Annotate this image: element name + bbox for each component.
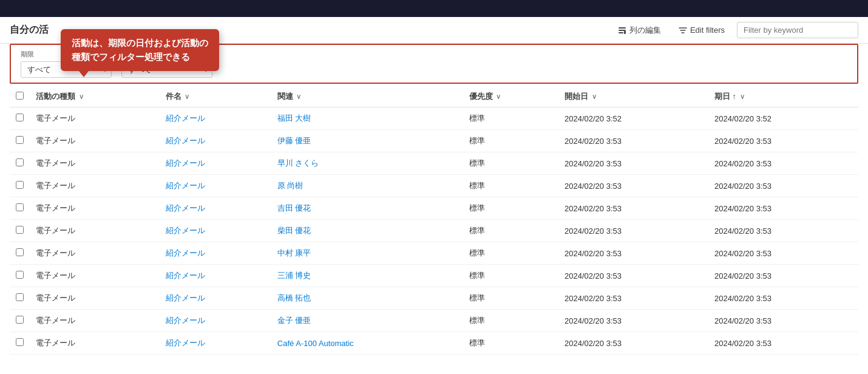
row-checkbox-6[interactable] [16, 248, 24, 256]
top-bar [0, 0, 868, 17]
due-date-cell: 2024/02/20 3:53 [708, 220, 858, 242]
subject-cell: 紹介メール [160, 130, 271, 152]
related-link[interactable]: Café A-100 Automatic [277, 339, 354, 348]
activity-type-cell: 電子メール [30, 332, 160, 355]
priority-cell: 標準 [463, 130, 558, 152]
col-related: 関連 ∨ [271, 86, 463, 107]
row-checkbox-10[interactable] [16, 338, 24, 346]
due-date-cell: 2024/02/20 3:53 [708, 175, 858, 197]
checkbox-cell [10, 197, 30, 220]
related-link[interactable]: 中村 康平 [277, 248, 311, 257]
table-row: 電子メール 紹介メール 原 尚樹 標準 2024/02/20 3:53 2024… [10, 175, 858, 197]
subject-link[interactable]: 紹介メール [166, 248, 205, 257]
due-date-cell: 2024/02/20 3:53 [708, 130, 858, 152]
related-link[interactable]: 福田 大樹 [277, 114, 311, 123]
sort-icon-activity-type: ∨ [79, 93, 84, 100]
related-link[interactable]: 柴田 優花 [277, 226, 311, 235]
priority-cell: 標準 [463, 152, 558, 175]
subject-link[interactable]: 紹介メール [166, 203, 205, 212]
due-date-cell: 2024/02/20 3:53 [708, 242, 858, 265]
related-cell: 伊藤 優亜 [271, 130, 463, 152]
subject-cell: 紹介メール [160, 175, 271, 197]
row-checkbox-8[interactable] [16, 293, 24, 301]
due-date-cell: 2024/02/20 3:53 [708, 197, 858, 220]
subject-link[interactable]: 紹介メール [166, 338, 205, 347]
related-cell: 吉田 優花 [271, 197, 463, 220]
checkbox-cell [10, 130, 30, 152]
row-checkbox-9[interactable] [16, 316, 24, 324]
row-checkbox-4[interactable] [16, 203, 24, 211]
row-checkbox-0[interactable] [16, 114, 24, 121]
priority-cell: 標準 [463, 287, 558, 310]
sort-icon-related: ∨ [296, 93, 301, 100]
priority-cell: 標準 [463, 175, 558, 197]
table-body: 電子メール 紹介メール 福田 大樹 標準 2024/02/20 3:52 202… [10, 107, 858, 355]
subject-link[interactable]: 紹介メール [166, 136, 205, 145]
related-link[interactable]: 金子 優亜 [277, 316, 311, 325]
start-date-cell: 2024/02/20 3:53 [558, 175, 708, 197]
related-link[interactable]: 早川 さくら [277, 158, 319, 168]
col-edit-button[interactable]: 列の編集 [612, 22, 666, 38]
start-date-cell: 2024/02/20 3:53 [558, 152, 708, 175]
start-date-cell: 2024/02/20 3:53 [558, 197, 708, 220]
col-activity-type: 活動の種類 ∨ [30, 86, 160, 107]
due-date-cell: 2024/02/20 3:53 [708, 265, 858, 287]
subject-link[interactable]: 紹介メール [166, 293, 205, 302]
table-row: 電子メール 紹介メール 柴田 優花 標準 2024/02/20 3:53 202… [10, 220, 858, 242]
svg-rect-1 [619, 30, 626, 31]
table-row: 電子メール 紹介メール 高橋 拓也 標準 2024/02/20 3:53 202… [10, 287, 858, 310]
subject-link[interactable]: 紹介メール [166, 158, 205, 168]
checkbox-cell [10, 265, 30, 287]
subject-link[interactable]: 紹介メール [166, 114, 205, 123]
header-row: 活動は、期限の日付および活動の 種類でフィルター処理できる 自分の活 列の編集 … [0, 17, 868, 44]
subject-link[interactable]: 紹介メール [166, 271, 205, 280]
select-all-checkbox[interactable] [16, 92, 24, 100]
due-date-cell: 2024/02/20 3:53 [708, 310, 858, 332]
related-cell: 金子 優亜 [271, 310, 463, 332]
related-link[interactable]: 吉田 優花 [277, 203, 311, 212]
related-link[interactable]: 三浦 博史 [277, 271, 311, 280]
row-checkbox-2[interactable] [16, 158, 24, 166]
priority-cell: 標準 [463, 265, 558, 287]
due-date-cell: 2024/02/20 3:53 [708, 332, 858, 355]
table-container: 活動の種類 ∨ 件名 ∨ 関連 ∨ 優先度 ∨ 開始日 ∨ 期日 ↑ ∨ [0, 86, 868, 355]
activity-type-cell: 電子メール [30, 310, 160, 332]
col-edit-icon [617, 25, 627, 35]
activity-type-cell: 電子メール [30, 242, 160, 265]
related-link[interactable]: 原 尚樹 [277, 181, 303, 190]
activity-table: 活動の種類 ∨ 件名 ∨ 関連 ∨ 優先度 ∨ 開始日 ∨ 期日 ↑ ∨ [10, 86, 858, 355]
related-link[interactable]: 高橋 拓也 [277, 293, 311, 302]
subject-link[interactable]: 紹介メール [166, 181, 205, 190]
priority-cell: 標準 [463, 220, 558, 242]
activity-type-cell: 電子メール [30, 130, 160, 152]
activity-type-cell: 電子メール [30, 265, 160, 287]
filter-button[interactable]: Edit filters [673, 23, 730, 38]
row-checkbox-5[interactable] [16, 226, 24, 234]
table-header: 活動の種類 ∨ 件名 ∨ 関連 ∨ 優先度 ∨ 開始日 ∨ 期日 ↑ ∨ [10, 86, 858, 107]
start-date-cell: 2024/02/20 3:53 [558, 130, 708, 152]
subject-cell: 紹介メール [160, 332, 271, 355]
priority-cell: 標準 [463, 310, 558, 332]
start-date-cell: 2024/02/20 3:53 [558, 220, 708, 242]
start-date-cell: 2024/02/20 3:52 [558, 107, 708, 130]
checkbox-cell [10, 152, 30, 175]
checkbox-cell [10, 310, 30, 332]
row-checkbox-7[interactable] [16, 271, 24, 279]
priority-cell: 標準 [463, 332, 558, 355]
activity-type-cell: 電子メール [30, 197, 160, 220]
start-date-cell: 2024/02/20 3:53 [558, 242, 708, 265]
row-checkbox-1[interactable] [16, 136, 24, 144]
checkbox-cell [10, 242, 30, 265]
row-checkbox-3[interactable] [16, 181, 24, 189]
svg-rect-2 [619, 32, 623, 33]
page-title: 自分の活 [10, 24, 49, 36]
svg-rect-3 [624, 31, 626, 34]
subject-cell: 紹介メール [160, 197, 271, 220]
related-cell: 中村 康平 [271, 242, 463, 265]
checkbox-cell [10, 220, 30, 242]
keyword-filter-input[interactable] [737, 22, 858, 38]
checkbox-cell [10, 107, 30, 130]
related-link[interactable]: 伊藤 優亜 [277, 136, 311, 145]
subject-link[interactable]: 紹介メール [166, 316, 205, 325]
subject-link[interactable]: 紹介メール [166, 226, 205, 235]
